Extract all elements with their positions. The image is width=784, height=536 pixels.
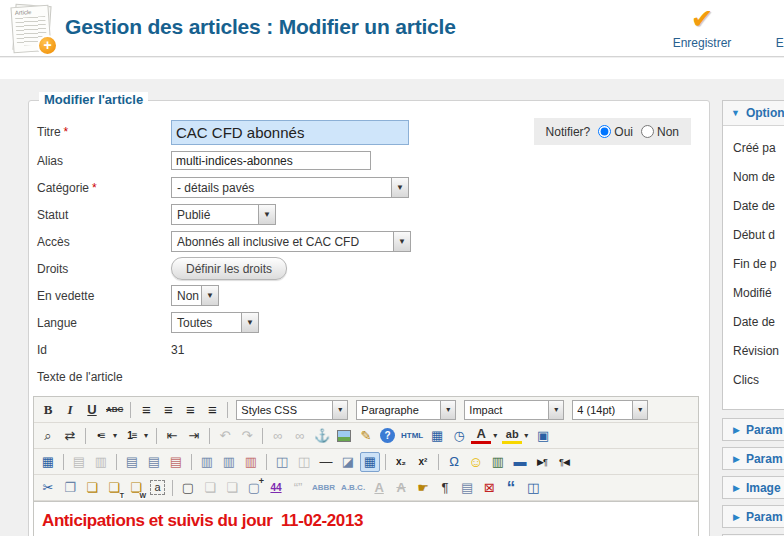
alias-input[interactable]	[171, 151, 371, 170]
notifier-radio-oui[interactable]: Oui	[598, 125, 633, 139]
undo-icon[interactable]: ↶	[215, 426, 235, 446]
bold-icon[interactable]: B	[38, 400, 58, 420]
superscript-icon[interactable]: x²	[413, 452, 433, 472]
bullet-list-caret[interactable]: ▾	[110, 426, 120, 446]
align-right-icon[interactable]: ≡	[180, 400, 200, 420]
find-icon[interactable]: ⌕	[38, 426, 58, 446]
emotions-icon[interactable]: ☺	[466, 452, 486, 472]
ltr-icon[interactable]: ▶¶	[532, 452, 552, 472]
highlight-color-icon[interactable]: ab	[502, 427, 522, 444]
paste-word-icon[interactable]: ❏	[126, 478, 146, 498]
numbered-list-caret[interactable]: ▾	[141, 426, 151, 446]
indent-icon[interactable]: ⇥	[184, 426, 204, 446]
paste-text-icon[interactable]: ❏	[104, 478, 124, 498]
font-select[interactable]: Impact▾	[464, 400, 564, 420]
langue-select[interactable]: Toutes ▼	[171, 312, 259, 333]
blockquote-icon[interactable]: “	[501, 478, 521, 498]
text-color-caret[interactable]: ▾	[490, 426, 500, 446]
acronym-icon[interactable]: A.B.C.	[339, 478, 367, 498]
fullscreen-icon[interactable]: ▣	[533, 426, 553, 446]
outdent-icon[interactable]: ⇤	[162, 426, 182, 446]
notifier-radio-oui-input[interactable]	[598, 125, 611, 138]
statut-select[interactable]: Publié ▼	[171, 204, 276, 225]
collapsed-panel-toggle[interactable]: ▶ Param	[722, 418, 784, 441]
advhr-icon[interactable]: ▬	[510, 452, 530, 472]
visual-chars-icon[interactable]: ¶	[435, 478, 455, 498]
notifier-radio-non[interactable]: Non	[641, 125, 679, 139]
insert-time-icon[interactable]: ◷	[449, 426, 469, 446]
link-icon[interactable]: ∞	[268, 426, 288, 446]
align-justify-icon[interactable]: ≡	[202, 400, 222, 420]
highlight-color-caret[interactable]: ▾	[521, 426, 531, 446]
image-icon[interactable]	[337, 430, 351, 442]
define-rights-button[interactable]: Définir les droits	[171, 257, 287, 280]
help-icon[interactable]: ?	[380, 428, 395, 443]
insert-layer-icon[interactable]: ▢	[178, 478, 198, 498]
options-panel-header[interactable]: ▼ Options	[723, 101, 784, 126]
attributes-icon[interactable]: ☛	[413, 478, 433, 498]
charmap-icon[interactable]: Ω	[444, 452, 464, 472]
copy-icon[interactable]: ❐	[60, 478, 80, 498]
split-cells-icon[interactable]: ◫	[272, 452, 292, 472]
paragraph-select[interactable]: Paragraphe▾	[356, 400, 456, 420]
titre-input[interactable]	[171, 120, 409, 145]
paste-icon[interactable]: ❏	[82, 478, 102, 498]
collapsed-panel-toggle[interactable]: ▶ Image	[722, 476, 784, 499]
save-button[interactable]: ✔ Enregistrer	[660, 4, 744, 50]
find-replace-icon[interactable]: ⇄	[60, 426, 80, 446]
hr-icon[interactable]: —	[316, 452, 336, 472]
bullet-list-icon[interactable]: •≡	[91, 426, 111, 446]
subscript-icon[interactable]: x₂	[391, 452, 411, 472]
row-before-icon[interactable]: ▤	[122, 452, 142, 472]
unlink-icon[interactable]: ∞	[290, 426, 310, 446]
template-icon[interactable]: ◫	[523, 478, 543, 498]
delete-col-icon[interactable]: ▥	[241, 452, 261, 472]
rtl-icon[interactable]: ¶◀	[554, 452, 574, 472]
ins-icon[interactable]: A	[369, 478, 389, 498]
abbr-icon[interactable]: ABBR	[310, 478, 337, 498]
cleanup-icon[interactable]: ✎	[356, 426, 376, 446]
cite-icon[interactable]: “”	[288, 478, 308, 498]
media-icon[interactable]: ▥	[488, 452, 508, 472]
fontsize-select[interactable]: 4 (14pt)▾	[572, 400, 648, 420]
text-color-icon[interactable]: A	[471, 427, 491, 444]
italic-icon[interactable]: I	[60, 400, 80, 420]
row-after-icon[interactable]: ▤	[144, 452, 164, 472]
styles-select[interactable]: Styles CSS▾	[236, 400, 348, 420]
numbered-list-icon[interactable]: 1≡	[122, 426, 142, 446]
collapsed-panel-toggle[interactable]: ▶ Param	[722, 505, 784, 528]
visualaid-icon[interactable]: ▦	[360, 452, 380, 472]
select-all-icon[interactable]: a	[150, 480, 165, 495]
anchor-icon[interactable]: ⚓	[312, 426, 332, 446]
nonbreaking-icon[interactable]: ⊠	[479, 478, 499, 498]
del-icon[interactable]: A	[391, 478, 411, 498]
table-row-props-icon[interactable]: ▤	[69, 452, 89, 472]
en-vedette-select[interactable]: Non ▼	[171, 285, 219, 306]
merge-cells-icon[interactable]: ◫	[294, 452, 314, 472]
html-source-icon[interactable]: HTML	[399, 426, 425, 446]
table-icon[interactable]: ▦	[38, 452, 58, 472]
col-before-icon[interactable]: ▥	[197, 452, 217, 472]
send-backward-icon[interactable]: ❏	[222, 478, 242, 498]
bring-forward-icon[interactable]: ❏	[200, 478, 220, 498]
style-props-icon[interactable]: 44	[266, 478, 286, 498]
insert-date-icon[interactable]: ▦	[427, 426, 447, 446]
collapsed-panel-toggle[interactable]: ▶ Param	[722, 447, 784, 470]
editor-content-area[interactable]: Anticipations et suivis du jour 11-02-20…	[34, 501, 698, 536]
acces-select[interactable]: Abonnés all inclusive et CAC CFD ▼	[171, 231, 411, 252]
redo-icon[interactable]: ↷	[237, 426, 257, 446]
align-center-icon[interactable]: ≡	[158, 400, 178, 420]
remove-format-icon[interactable]: ◪	[338, 452, 358, 472]
strikethrough-icon[interactable]: ABC	[104, 400, 125, 420]
align-left-icon[interactable]: ≡	[136, 400, 156, 420]
col-after-icon[interactable]: ▥	[219, 452, 239, 472]
notifier-radio-non-input[interactable]	[641, 125, 654, 138]
delete-row-icon[interactable]: ▤	[166, 452, 186, 472]
preview-icon[interactable]: ▤	[457, 478, 477, 498]
save-close-button[interactable]: Enregis	[754, 4, 784, 50]
underline-icon[interactable]: U	[82, 400, 102, 420]
cut-icon[interactable]: ✂	[38, 478, 58, 498]
absolute-position-icon[interactable]: ▢	[244, 478, 264, 498]
table-cell-props-icon[interactable]: ▥	[91, 452, 111, 472]
categorie-select[interactable]: - détails pavés ▼	[171, 177, 409, 198]
